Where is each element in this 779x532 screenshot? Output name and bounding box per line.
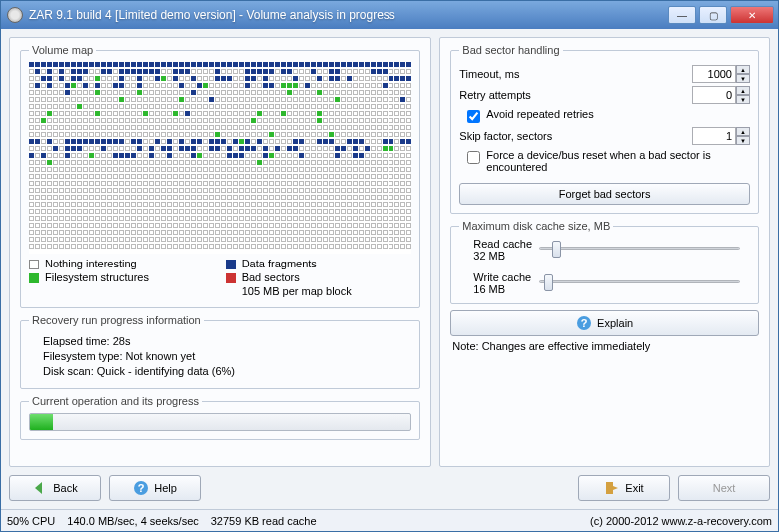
recovery-legend-label: Recovery run progress information — [29, 314, 204, 326]
legend-label-data: Data fragments — [242, 258, 317, 269]
retry-down[interactable]: ▼ — [736, 95, 750, 104]
changes-note: Note: Changes are effective immediately — [452, 340, 759, 352]
svg-text:?: ? — [581, 317, 588, 329]
status-cpu: 50% CPU — [7, 515, 55, 527]
volume-map-legend-label: Volume map — [29, 44, 96, 56]
help-icon: ? — [133, 480, 149, 496]
status-bar: 50% CPU 140.0 MB/sec, 4 seeks/sec 32759 … — [1, 509, 778, 531]
read-cache-slider[interactable] — [539, 238, 740, 258]
avoid-label[interactable]: Avoid repeated retries — [486, 108, 593, 120]
disk-scan-value: Quick - identifying data (6%) — [97, 365, 235, 377]
main-window: ZAR 9.1 build 4 [Limited demo version] -… — [0, 0, 779, 532]
exit-button[interactable]: Exit — [578, 475, 670, 501]
swatch-nothing — [29, 260, 39, 269]
read-cache-value: 32 MB — [473, 250, 539, 262]
maximize-button[interactable]: ▢ — [699, 6, 727, 24]
status-cache: 32759 KB read cache — [211, 515, 317, 527]
help-icon: ? — [576, 315, 592, 331]
force-checkbox[interactable] — [467, 151, 480, 164]
left-panel: Volume map Nothing interesting Filesyste… — [9, 37, 431, 467]
svg-text:?: ? — [138, 482, 145, 494]
retry-spinner[interactable]: ▲▼ — [692, 86, 750, 104]
write-cache-label: Write cache — [473, 271, 539, 283]
skip-spinner[interactable]: ▲▼ — [692, 127, 750, 145]
cache-group: Maximum disk cache size, MB Read cache 3… — [450, 220, 759, 304]
skip-up[interactable]: ▲ — [736, 127, 750, 136]
avoid-checkbox[interactable] — [467, 110, 480, 123]
app-icon — [7, 7, 23, 23]
legend-label-block: 105 MB per map block — [242, 285, 352, 297]
cache-legend-label: Maximum disk cache size, MB — [459, 220, 613, 232]
volume-map — [29, 62, 411, 254]
fs-type-value: Not known yet — [126, 350, 196, 362]
timeout-down[interactable]: ▼ — [736, 74, 750, 83]
client-area: Volume map Nothing interesting Filesyste… — [1, 29, 778, 509]
swatch-bad — [226, 273, 236, 283]
skip-label: Skip factor, sectors — [459, 130, 686, 142]
skip-input[interactable] — [692, 127, 736, 145]
svg-rect-4 — [606, 482, 613, 494]
force-label[interactable]: Force a device/bus reset when a bad sect… — [486, 149, 750, 173]
forget-bad-sectors-button[interactable]: Forget bad sectors — [459, 183, 750, 205]
legend-label-nothing: Nothing interesting — [45, 258, 137, 269]
titlebar[interactable]: ZAR 9.1 build 4 [Limited demo version] -… — [1, 1, 778, 29]
swatch-data — [226, 260, 236, 269]
next-button[interactable]: Next — [678, 475, 770, 501]
read-cache-label: Read cache — [473, 238, 539, 250]
write-cache-slider[interactable] — [539, 271, 740, 291]
timeout-up[interactable]: ▲ — [736, 65, 750, 74]
elapsed-time-value: 28s — [113, 335, 131, 347]
legend-label-fs: Filesystem structures — [45, 271, 149, 283]
recovery-info-group: Recovery run progress information Elapse… — [20, 314, 420, 389]
minimize-button[interactable]: — — [668, 6, 696, 24]
explain-button[interactable]: ? Explain — [450, 310, 759, 336]
status-io: 140.0 MB/sec, 4 seeks/sec — [67, 515, 198, 527]
exit-icon — [604, 480, 620, 496]
close-button[interactable]: ✕ — [730, 6, 774, 24]
progress-bar — [29, 413, 411, 431]
volume-map-group: Volume map Nothing interesting Filesyste… — [20, 44, 420, 308]
window-title: ZAR 9.1 build 4 [Limited demo version] -… — [29, 8, 668, 22]
timeout-spinner[interactable]: ▲▼ — [692, 65, 750, 83]
current-op-group: Current operation and its progress — [20, 395, 420, 440]
swatch-fs — [29, 273, 39, 283]
back-arrow-icon — [32, 480, 48, 496]
write-cache-value: 16 MB — [473, 283, 539, 295]
right-panel: Bad sector handling Timeout, ms ▲▼ Retry… — [439, 37, 770, 467]
retry-label: Retry attempts — [459, 89, 686, 101]
bad-sector-group: Bad sector handling Timeout, ms ▲▼ Retry… — [450, 44, 759, 214]
timeout-input[interactable] — [692, 65, 736, 83]
bad-sector-legend-label: Bad sector handling — [459, 44, 562, 56]
retry-input[interactable] — [692, 86, 736, 104]
back-button[interactable]: Back — [9, 475, 101, 501]
skip-down[interactable]: ▼ — [736, 136, 750, 145]
help-button[interactable]: ? Help — [109, 475, 201, 501]
current-op-legend-label: Current operation and its progress — [29, 395, 202, 407]
progress-fill — [30, 414, 53, 430]
retry-up[interactable]: ▲ — [736, 86, 750, 95]
timeout-label: Timeout, ms — [459, 68, 686, 80]
button-row: Back ? Help Exit Next — [9, 475, 770, 501]
status-copyright: (c) 2000-2012 www.z-a-recovery.com — [590, 515, 772, 527]
legend-label-bad: Bad sectors — [242, 271, 300, 283]
